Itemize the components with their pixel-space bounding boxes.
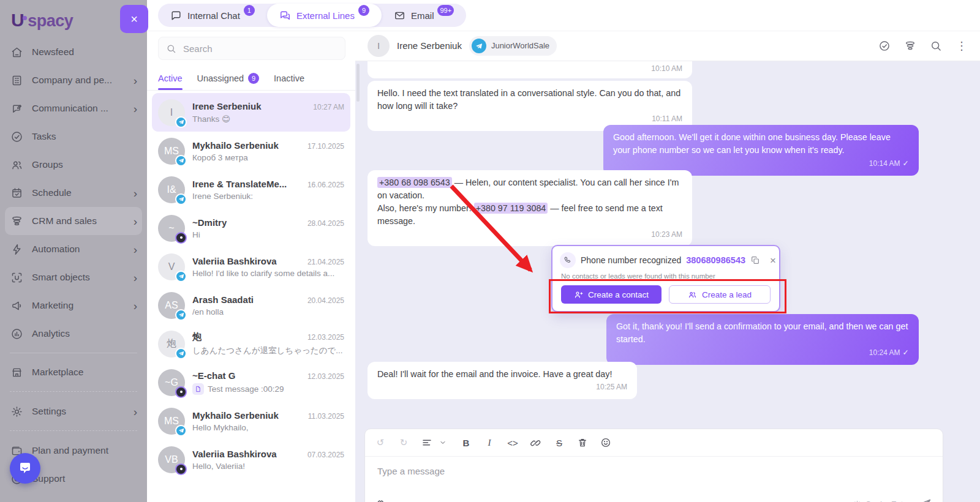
telegram-badge-icon <box>175 155 187 167</box>
filter-inactive[interactable]: Inactive <box>274 66 304 90</box>
avatar: I <box>368 35 390 57</box>
tab-label: Email <box>411 10 434 21</box>
filter-unassigned[interactable]: Unassigned9 <box>197 66 260 90</box>
sidebar-item-marketplace[interactable]: Marketplace <box>5 358 142 386</box>
chat-list-item[interactable]: VB Valeriia Bashkirova07.03.2025 Hello, … <box>152 440 350 479</box>
chat-list-item[interactable]: MS Mykhailo Serbeniuk17.10.2025 Короб 3 … <box>152 132 350 170</box>
chevron-down-icon[interactable] <box>437 436 448 449</box>
avatar: ~ <box>158 215 185 242</box>
sidebar-item-label: Newsfeed <box>32 47 74 58</box>
sidebar-item-communication[interactable]: Communication ... › <box>5 94 142 122</box>
close-icon[interactable]: × <box>770 255 776 266</box>
sidebar-item-label: Schedule <box>32 187 72 198</box>
composer-toolbar: ↺ ↻ B I <> S <box>365 429 943 457</box>
copy-icon[interactable] <box>750 255 760 265</box>
chat-item-main: Mykhailo Serbeniuk17.10.2025 Короб 3 мет… <box>192 140 344 162</box>
chat-list-item[interactable]: MS Mykhailo Serbeniuk11.03.2025 Hello My… <box>152 402 350 440</box>
uspacy-app: Uspacy Newsfeed Company and pe... › Comm… <box>0 0 980 502</box>
speech-bubble-icon <box>170 10 182 21</box>
chat-list-item[interactable]: 炮 炮12.03.2025 しあんたつさんが退室しちゃったので... <box>152 324 350 363</box>
message-bubble: 10:10 AM <box>368 61 692 78</box>
sidebar-item-analytics[interactable]: Analytics <box>5 320 142 348</box>
code-icon[interactable]: <> <box>507 436 518 449</box>
avatar-initials: MS <box>164 146 179 157</box>
chat-list-item[interactable]: I& Irene & TranslateMe...16.06.2025 Iren… <box>152 170 350 209</box>
message-bubble-outgoing: Got it, thank you! I'll send a confirmat… <box>606 314 919 365</box>
search-in-chat-button[interactable] <box>930 40 942 52</box>
chat-list-item[interactable]: V Valeriia Bashkirova21.04.2025 Hello! I… <box>152 247 350 286</box>
chat-list-item[interactable]: ~ ~Dmitry28.04.2025 Hi <box>152 209 350 247</box>
chat-item-main: ~Dmitry28.04.2025 Hi <box>192 217 344 239</box>
popup-note: No contacts or leads were found with thi… <box>561 272 771 280</box>
support-chat-fab[interactable] <box>10 453 40 484</box>
sidebar-item-groups[interactable]: Groups <box>5 151 142 179</box>
sidebar-item-automation[interactable]: Automation › <box>5 235 142 263</box>
create-lead-button[interactable]: Create a lead <box>669 285 771 304</box>
tab-external-lines[interactable]: External Lines 9 <box>267 4 382 27</box>
chat-list-item[interactable]: I Irene Serbeniuk10:27 AM Thanks 😊 <box>152 93 350 132</box>
italic-icon[interactable]: I <box>484 436 495 449</box>
tab-internal-chat[interactable]: Internal Chat 1 <box>158 4 267 27</box>
chat-item-preview: しあんたつさんが退室しちゃったので... <box>192 345 344 356</box>
chat-item-name: Irene & TranslateMe... <box>192 179 287 189</box>
message-bubble: Hello. I need the text translated in a c… <box>368 81 692 131</box>
chat-list-panel: Active Unassigned9 Inactive I Irene Serb… <box>147 31 356 502</box>
message-time: 10:11 AM <box>377 114 682 125</box>
trash-icon[interactable] <box>577 436 588 449</box>
channel-name: JuniorWorldSale <box>491 41 549 50</box>
avatar: AS <box>158 292 185 319</box>
double-bubble-icon <box>279 10 291 21</box>
message-time: 10:24 AM✓ <box>616 347 909 359</box>
phone-number-highlight[interactable]: +380 68 098 6543 <box>377 177 452 188</box>
redo-icon[interactable]: ↻ <box>398 436 409 449</box>
attach-file-icon[interactable] <box>374 498 385 502</box>
message-input[interactable] <box>376 465 907 477</box>
scrollbar-thumb[interactable] <box>356 64 360 102</box>
message-time: 10:23 AM <box>377 230 682 241</box>
chat-item-main: Valeriia Bashkirova21.04.2025 Hello! I'd… <box>192 256 344 278</box>
sidebar-item-newsfeed[interactable]: Newsfeed <box>5 38 142 66</box>
tab-email[interactable]: Email 99+ <box>382 4 466 27</box>
undo-icon[interactable]: ↺ <box>375 436 386 449</box>
send-button[interactable] <box>919 498 932 502</box>
logo-u-glyph: U <box>11 10 24 30</box>
align-icon[interactable] <box>421 436 432 449</box>
chat-list-item[interactable]: AS Arash Saadati20.04.2025 /en holla <box>152 286 350 324</box>
bold-icon[interactable]: B <box>461 436 472 449</box>
channel-pill[interactable]: JuniorWorldSale <box>469 36 557 56</box>
sidebar-item-settings[interactable]: Settings › <box>5 397 142 425</box>
sidebar-item-smart-objects[interactable]: Smart objects › <box>5 263 142 291</box>
link-icon[interactable] <box>530 436 541 449</box>
sidebar-close-button[interactable]: × <box>120 5 148 33</box>
lightning-icon <box>10 242 23 256</box>
filter-active[interactable]: Active <box>158 66 183 90</box>
crm-funnel-button[interactable] <box>904 40 916 52</box>
tab-badge: 9 <box>358 5 369 16</box>
chat-item-main: Arash Saadati20.04.2025 /en holla <box>192 294 344 317</box>
sidebar-item-marketing[interactable]: Marketing › <box>5 291 142 320</box>
avatar: MS <box>158 408 185 435</box>
chat-item-time: 28.04.2025 <box>307 219 344 228</box>
sidebar-item-company[interactable]: Company and pe... › <box>5 66 142 94</box>
sidebar-item-label: Groups <box>32 159 63 170</box>
mark-done-button[interactable] <box>878 40 891 52</box>
chat-item-preview: Thanks 😊 <box>192 114 344 124</box>
sidebar-item-crm[interactable]: CRM and sales › <box>5 207 142 235</box>
search-input[interactable] <box>182 43 337 54</box>
chat-item-name: Valeriia Bashkirova <box>192 449 277 459</box>
search-box[interactable] <box>158 37 345 60</box>
more-options-button[interactable]: ⋮ <box>956 40 968 52</box>
chat-list-item[interactable]: ~G ~E-chat G12.03.2025 Test message :00:… <box>152 363 350 402</box>
recognized-number[interactable]: 380680986543 <box>686 255 745 265</box>
sidebar-item-label: Company and pe... <box>32 75 112 86</box>
sidebar-item-tasks[interactable]: Tasks <box>5 122 142 151</box>
sidebar: Uspacy Newsfeed Company and pe... › Comm… <box>0 0 147 502</box>
phone-number-highlight[interactable]: +380 97 119 3084 <box>474 203 548 214</box>
sidebar-item-schedule[interactable]: Schedule › <box>5 179 142 207</box>
chat-item-time: 11.03.2025 <box>308 412 344 421</box>
telegram-badge-icon <box>175 271 187 282</box>
emoji-icon[interactable] <box>600 436 611 449</box>
create-contact-button[interactable]: Create a contact <box>561 285 662 304</box>
strikethrough-icon[interactable]: S <box>554 436 565 449</box>
message-text: Got it, thank you! I'll send a confirmat… <box>616 321 908 344</box>
